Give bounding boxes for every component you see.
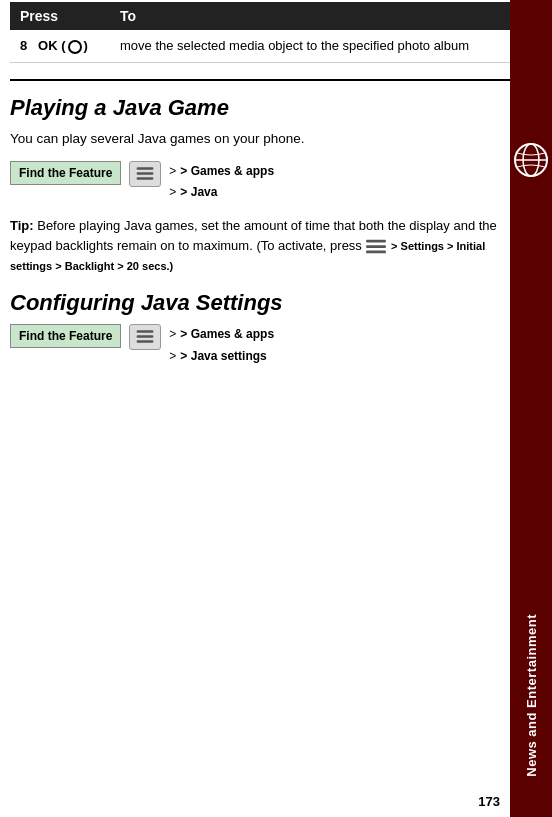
row-number: 8 [20,38,27,53]
svg-rect-6 [137,331,154,334]
press-table: Press To 8 OK () move the selected media… [10,2,510,63]
section1-title: Playing a Java Game [10,95,510,121]
press-suffix: ) [84,38,88,53]
section-divider [10,79,510,81]
table-row: 8 OK () move the selected media object t… [10,30,510,62]
svg-rect-1 [137,172,154,175]
tip-menu-icon [365,238,387,256]
page-number: 173 [478,794,500,809]
find-feature-row-1: Find the Feature >> Games & apps >> Java [10,161,510,204]
arrow-icon-4: > [169,349,176,363]
ok-label: OK ( [38,38,65,53]
globe-icon [510,130,552,190]
svg-rect-8 [137,341,154,344]
find-feature-label-1: Find the Feature [10,161,121,185]
tip-label: Tip: [10,218,34,233]
svg-rect-0 [137,167,154,170]
table-cell-press: 8 OK () [10,30,110,62]
arrow-icon: > [169,164,176,178]
find-feature-path-1: >> Games & apps >> Java [169,161,274,204]
menu-path-games2: > Games & apps [180,327,274,341]
menu-path-games: > Games & apps [180,164,274,178]
sidebar-label: News and Entertainment [524,614,539,777]
tip-section: Tip: Before playing Java games, set the … [10,216,510,276]
find-feature-label-2: Find the Feature [10,324,121,348]
menu-path-java: > Java [180,185,217,199]
svg-rect-4 [367,245,387,248]
table-cell-to: move the selected media object to the sp… [110,30,510,62]
sidebar: News and Entertainment [510,0,552,817]
arrow-icon-3: > [169,327,176,341]
svg-rect-2 [137,177,154,180]
to-col-header: To [110,2,510,30]
svg-rect-5 [367,250,387,253]
press-col-header: Press [10,2,110,30]
find-feature-path-2: >> Games & apps >> Java settings [169,324,274,367]
section1-body: You can play several Java games on your … [10,129,510,149]
menu-icon-2 [129,324,161,350]
arrow-icon-2: > [169,185,176,199]
svg-rect-3 [367,240,387,243]
section2-title: Configuring Java Settings [10,290,510,316]
menu-path-javasettings: > Java settings [180,349,266,363]
ok-circle-icon [68,40,82,54]
svg-rect-7 [137,336,154,339]
find-feature-row-2: Find the Feature >> Games & apps >> Java… [10,324,510,367]
menu-icon-1 [129,161,161,187]
